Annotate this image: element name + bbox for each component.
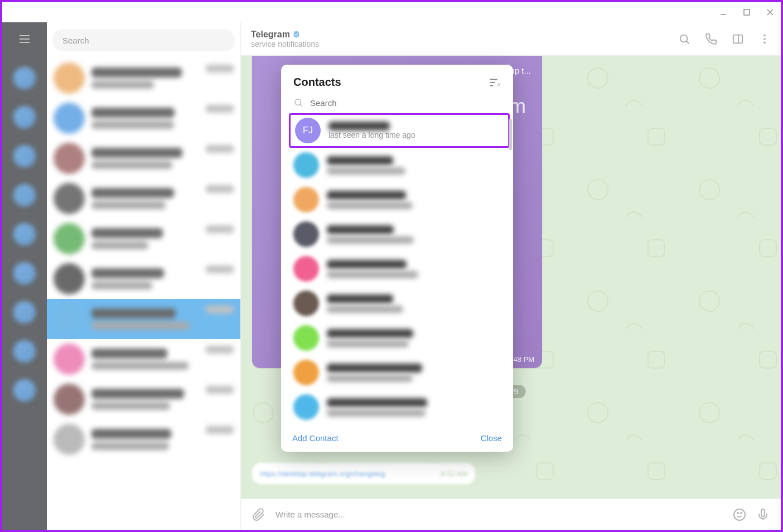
svg-point-6	[763, 41, 766, 43]
contact-row[interactable]: FJ last seen a long time ago	[289, 113, 510, 148]
close-icon[interactable]	[766, 8, 774, 16]
contact-status	[327, 271, 418, 278]
svg-point-4	[763, 34, 766, 36]
contact-name	[327, 329, 413, 338]
chat-item[interactable]	[47, 299, 240, 339]
svg-point-1	[680, 35, 688, 42]
menu-button[interactable]	[13, 28, 36, 50]
svg-point-5	[763, 38, 766, 40]
contacts-modal: Contacts A FJ last seen a long time ago …	[281, 65, 513, 452]
contact-status	[327, 202, 413, 209]
chat-item[interactable]	[47, 58, 240, 98]
window-titlebar	[2, 2, 781, 22]
chat-item[interactable]	[47, 339, 240, 379]
folder-item[interactable]	[13, 301, 36, 323]
contacts-search-input[interactable]	[310, 98, 501, 108]
contact-name	[327, 225, 394, 234]
chat-item[interactable]	[47, 178, 240, 219]
avatar: FJ	[295, 118, 321, 143]
contact-name	[328, 122, 390, 130]
more-icon[interactable]	[758, 33, 771, 45]
chat-item[interactable]	[47, 98, 240, 138]
message-input[interactable]	[276, 510, 723, 519]
contacts-title: Contacts	[293, 76, 341, 89]
contact-row[interactable]	[289, 390, 510, 424]
folder-item[interactable]	[13, 106, 36, 128]
contact-status	[327, 375, 413, 382]
avatar	[293, 394, 319, 420]
chat-item[interactable]	[47, 419, 240, 460]
chat-item[interactable]	[47, 219, 240, 259]
contact-name	[327, 294, 393, 303]
voice-icon[interactable]	[756, 508, 770, 521]
panel-icon[interactable]	[732, 33, 744, 45]
scrollbar[interactable]	[509, 119, 512, 150]
contact-row[interactable]	[289, 286, 510, 321]
sort-icon[interactable]: A	[489, 76, 501, 89]
chat-item[interactable]	[47, 259, 240, 299]
svg-point-9	[741, 512, 742, 514]
contact-row[interactable]	[289, 182, 510, 217]
maximize-icon[interactable]	[743, 8, 751, 16]
folder-item[interactable]	[13, 67, 36, 89]
emoji-icon[interactable]	[733, 508, 746, 521]
contact-status	[327, 167, 405, 175]
avatar	[293, 221, 319, 247]
folder-item[interactable]	[13, 379, 36, 402]
contact-name	[327, 398, 427, 407]
contact-row[interactable]	[289, 321, 510, 355]
chat-item[interactable]	[47, 138, 240, 178]
chat-subtitle: service notifications	[251, 40, 678, 49]
contact-status	[327, 340, 409, 347]
svg-point-11	[295, 99, 301, 105]
attach-icon[interactable]	[252, 508, 265, 521]
contact-row[interactable]	[289, 355, 510, 390]
svg-text:A: A	[497, 83, 501, 88]
avatar	[293, 360, 319, 385]
folder-item[interactable]	[13, 223, 36, 245]
search-input[interactable]	[52, 29, 235, 51]
svg-point-8	[737, 512, 738, 514]
search-icon[interactable]	[678, 33, 690, 45]
contact-row[interactable]	[289, 217, 510, 252]
chat-title: Telegram	[251, 30, 678, 40]
folder-item[interactable]	[13, 184, 36, 206]
message-link[interactable]: https://desktop.telegram.org/changelog 8…	[252, 463, 475, 484]
contact-row[interactable]	[289, 252, 510, 286]
folder-item[interactable]	[13, 145, 36, 167]
avatar	[293, 325, 319, 351]
minimize-icon[interactable]	[719, 8, 727, 16]
contact-status	[327, 409, 426, 417]
verified-icon	[292, 30, 301, 38]
add-contact-button[interactable]: Add Contact	[292, 433, 339, 443]
close-button[interactable]: Close	[481, 433, 502, 443]
svg-rect-0	[744, 9, 750, 15]
contact-status	[327, 306, 403, 313]
folder-sidebar	[2, 22, 47, 530]
folder-item[interactable]	[13, 262, 36, 284]
message-time: 8:52 AM	[441, 470, 467, 478]
contact-status: last seen a long time ago	[328, 130, 504, 139]
avatar	[293, 187, 319, 212]
contact-name	[327, 364, 422, 373]
chat-item[interactable]	[47, 379, 240, 419]
contact-status	[327, 236, 414, 244]
chat-list	[47, 22, 241, 530]
svg-point-7	[734, 509, 745, 520]
contact-name	[327, 191, 406, 200]
contact-name	[327, 260, 407, 269]
contact-row[interactable]	[289, 148, 510, 182]
search-icon	[293, 98, 303, 108]
avatar	[293, 152, 319, 178]
contact-name	[327, 156, 393, 165]
chat-header: Telegram service notifications	[241, 22, 781, 56]
avatar	[293, 256, 319, 282]
call-icon[interactable]	[705, 33, 717, 45]
message-composer	[241, 499, 781, 530]
folder-item[interactable]	[13, 340, 36, 362]
avatar	[293, 291, 319, 316]
